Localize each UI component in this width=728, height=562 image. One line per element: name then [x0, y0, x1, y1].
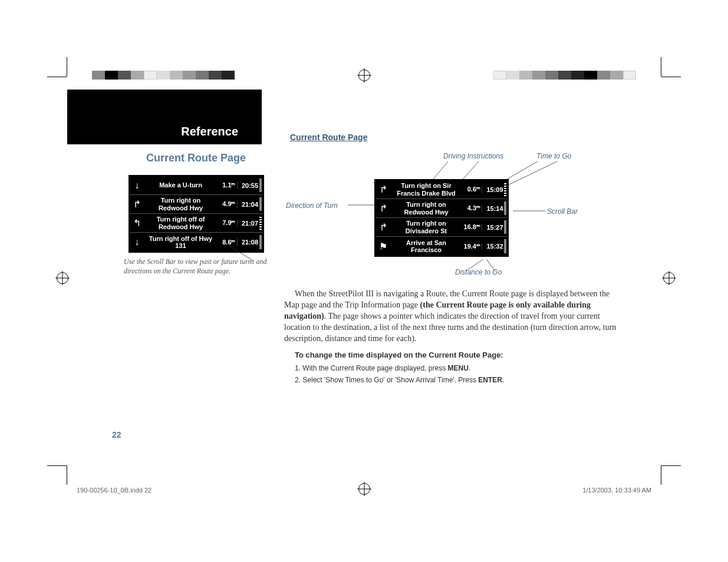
label-driving: Driving Instructions	[443, 152, 503, 160]
scrollbar	[504, 239, 506, 253]
paragraph: When the StreetPilot III is navigating a…	[284, 289, 620, 344]
turn-right-icon: ↱	[375, 203, 391, 214]
instructions-heading: To change the time displayed on the Curr…	[295, 350, 620, 361]
device-screenshot-left: ↓ Make a U-turn 1.1ᵐ 20:55 ↱ Turn right …	[129, 175, 264, 253]
text: .	[502, 376, 504, 384]
crop-mark	[661, 465, 661, 485]
table-row: ⚑ Arrive at San Francisco 19.4ᵐ 15:32	[375, 237, 508, 256]
text: 2. Select 'Show Times to Go' or 'Show Ar…	[295, 376, 478, 384]
turn-right-icon: ↱	[375, 222, 391, 233]
scrollbar	[504, 183, 506, 196]
registration-mark-icon	[663, 272, 675, 284]
list-item: 2. Select 'Show Times to Go' or 'Show Ar…	[295, 375, 620, 385]
table-row: ↱ Turn right on Redwood Hwy 4.9ᵐ 21:04	[130, 195, 263, 214]
scrollbar	[504, 201, 506, 215]
section-title: Current Route Page	[290, 133, 367, 142]
crop-mark	[661, 465, 681, 466]
instruction-text: Arrive at San Francisco	[391, 238, 462, 254]
crop-mark	[661, 57, 661, 77]
scrollbar	[259, 235, 262, 249]
crop-mark	[67, 57, 67, 77]
text: 1. With the Current Route page displayed…	[295, 364, 447, 372]
bold-text: MENU	[447, 364, 468, 372]
crop-mark	[67, 465, 67, 485]
diagram-area: Driving Instructions Time to Go Directio…	[289, 147, 625, 283]
registration-mark-icon	[57, 272, 68, 284]
registration-mark-icon	[358, 70, 370, 81]
footer: 190-00256-10_0B.indd 22 1/13/2003, 10:33…	[77, 487, 651, 494]
footer-right: 1/13/2003, 10:33:49 AM	[582, 487, 651, 494]
distance-value: 16.8ᵐ	[462, 223, 482, 231]
scrollbar	[504, 220, 506, 234]
table-row: ↓ Make a U-turn 1.1ᵐ 20:55	[130, 176, 263, 195]
color-bar	[493, 71, 636, 80]
label-distance: Distance to Go	[455, 268, 502, 276]
distance-value: 7.9ᵐ	[217, 219, 237, 227]
left-caption: Use the Scroll Bar to view past or futur…	[124, 257, 268, 276]
distance-value: 0.6ᵐ	[462, 186, 482, 193]
label-scroll: Scroll Bar	[547, 207, 578, 216]
table-row: ↰ Turn right off of Redwood Hwy 7.9ᵐ 21:…	[130, 214, 263, 233]
instruction-text: Make a U-turn	[145, 180, 217, 190]
scrollbar	[259, 197, 262, 211]
distance-value: 19.4ᵐ	[462, 243, 482, 250]
instruction-text: Turn right on Redwood Hwy	[145, 196, 217, 212]
table-row: ↓ Turn right off of Hwy 131 8.6ᵐ 21:08	[130, 233, 263, 252]
footer-left: 190-00256-10_0B.indd 22	[77, 487, 151, 494]
svg-line-4	[507, 161, 557, 186]
destination-flag-icon: ⚑	[375, 241, 391, 252]
turn-right-icon: ↱	[375, 184, 391, 195]
left-title: Current Route Page	[124, 152, 268, 164]
bold-text: ENTER	[478, 376, 502, 384]
color-bar	[92, 71, 235, 80]
scrollbar	[259, 178, 262, 192]
table-row: ↱ Turn right on Divisadero St 16.8ᵐ 15:2…	[375, 218, 508, 237]
crop-mark	[661, 77, 681, 77]
label-time: Time to Go	[536, 152, 571, 160]
crop-mark	[47, 465, 67, 466]
label-direction: Direction of Turn	[286, 201, 338, 210]
instruction-text: Turn right on Divisadero St	[391, 219, 462, 235]
instruction-text: Turn right off of Redwood Hwy	[145, 214, 217, 231]
distance-value: 4.3ᵐ	[462, 204, 482, 212]
distance-value: 1.1ᵐ	[217, 181, 237, 189]
left-column: Current Route Page ↓ Make a U-turn 1.1ᵐ …	[124, 152, 268, 276]
crop-mark	[47, 77, 67, 77]
instruction-text: Turn right on Redwood Hwy	[391, 200, 462, 216]
instruction-text: Turn right off of Hwy 131	[145, 234, 217, 250]
header-band: Reference	[67, 90, 262, 144]
instructions-list: 1. With the Current Route page displayed…	[295, 363, 620, 385]
text: . The page shows a pointer which indicat…	[284, 312, 616, 343]
turn-icon: ↓	[130, 237, 145, 247]
device-screenshot-right: ↱ Turn right on Sir Francis Drake Blvd 0…	[374, 179, 509, 257]
table-row: ↱ Turn right on Sir Francis Drake Blvd 0…	[375, 180, 508, 199]
instruction-text: Turn right on Sir Francis Drake Blvd	[391, 181, 462, 197]
distance-value: 8.6ᵐ	[217, 239, 237, 246]
page-number: 22	[112, 430, 121, 439]
distance-value: 4.9ᵐ	[217, 200, 237, 208]
turn-right-icon: ↱	[130, 199, 145, 210]
turn-left-icon: ↰	[130, 217, 145, 229]
header-reference: Reference	[181, 125, 238, 138]
text: .	[469, 364, 470, 372]
table-row: ↱ Turn right on Redwood Hwy 4.3ᵐ 15:14	[375, 199, 508, 218]
list-item: 1. With the Current Route page displayed…	[295, 363, 620, 373]
uturn-icon: ↓	[130, 180, 145, 191]
body-text: When the StreetPilot III is navigating a…	[284, 289, 620, 387]
scrollbar	[259, 216, 262, 230]
